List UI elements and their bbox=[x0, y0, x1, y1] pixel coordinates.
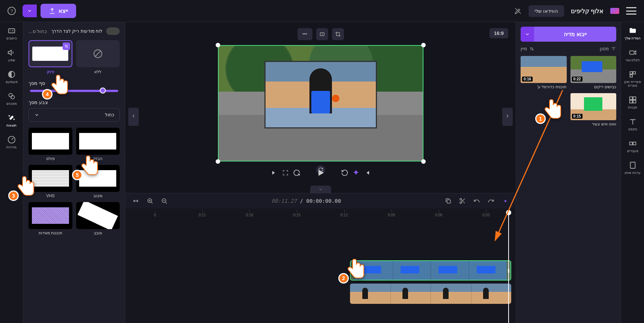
svg-point-23 bbox=[11, 95, 14, 99]
forward-icon bbox=[293, 169, 300, 177]
more-button[interactable]: ••• bbox=[297, 28, 312, 40]
help-icon[interactable]: ? bbox=[8, 7, 16, 15]
media-item[interactable]: 0:22 כבישים ריקים bbox=[570, 56, 617, 89]
zoom-out-button[interactable] bbox=[160, 196, 169, 205]
preview-next-button[interactable] bbox=[502, 108, 513, 126]
nav-audio[interactable]: שמע bbox=[8, 48, 16, 62]
svg-point-18 bbox=[65, 45, 66, 46]
timecode: 00:00:00.00 / 00:11.27 bbox=[272, 198, 341, 204]
fit-button[interactable] bbox=[316, 28, 328, 40]
effect-tile[interactable]: תוכנות מאדות bbox=[29, 202, 72, 235]
nav-record[interactable]: הקלט וצור bbox=[625, 48, 640, 62]
timeline-clip-base[interactable] bbox=[350, 284, 511, 304]
nav-templates[interactable]: תבניות bbox=[628, 96, 637, 109]
split-button[interactable] bbox=[458, 196, 467, 205]
filter-button[interactable]: מסנן bbox=[600, 46, 616, 51]
preview-prev-button[interactable] bbox=[128, 108, 139, 126]
resize-handle[interactable] bbox=[216, 43, 220, 47]
svg-rect-2 bbox=[633, 72, 635, 74]
duplicate-button[interactable] bbox=[444, 196, 453, 205]
rewind-button[interactable] bbox=[339, 168, 350, 178]
crop-icon bbox=[335, 31, 341, 37]
nav-speed[interactable]: מהירות bbox=[6, 136, 17, 149]
svg-rect-6 bbox=[629, 100, 632, 103]
forward-button[interactable] bbox=[291, 168, 302, 178]
playhead[interactable] bbox=[508, 211, 509, 323]
folder-icon bbox=[629, 27, 637, 35]
nav-my-media[interactable]: המדיה שלך bbox=[624, 27, 641, 40]
skip-start-button[interactable] bbox=[362, 168, 372, 178]
duration-badge: 0:15 bbox=[572, 114, 582, 119]
threshold-slider[interactable] bbox=[30, 90, 118, 92]
timeline-expand-tab[interactable] bbox=[310, 186, 331, 193]
skip-end-button[interactable] bbox=[269, 168, 279, 178]
camera-icon bbox=[629, 48, 637, 57]
greenscreen-green-tile[interactable] bbox=[29, 40, 72, 67]
pen-slash-icon[interactable] bbox=[514, 7, 522, 15]
effect-tile[interactable]: סובב bbox=[76, 202, 120, 235]
clip-handle[interactable]: || bbox=[351, 261, 354, 280]
export-caret-button[interactable] bbox=[23, 5, 37, 17]
media-item[interactable]: 0:15 וואט איש צעיר bbox=[570, 93, 617, 127]
ai-sparkle-button[interactable]: ✦ bbox=[351, 168, 361, 178]
my-video-button[interactable]: הווידאו שלי bbox=[528, 5, 564, 17]
rewind-icon bbox=[341, 169, 348, 177]
copy-icon bbox=[445, 198, 452, 204]
media-item[interactable]: 0:16 תוכנית כדורסל ע' bbox=[521, 56, 567, 89]
svg-point-19 bbox=[67, 47, 68, 47]
resize-handle[interactable] bbox=[421, 159, 426, 164]
timeline[interactable]: 0:03 0:06 0:09 0:12 0:15 0:18 0:21 0 || … bbox=[125, 208, 516, 323]
import-caret-button[interactable] bbox=[521, 27, 534, 42]
svg-rect-4 bbox=[629, 97, 632, 100]
effect-tile[interactable]: VHS bbox=[29, 165, 72, 198]
time-ruler[interactable]: 0:03 0:06 0:09 0:12 0:15 0:18 0:21 0 bbox=[131, 208, 510, 220]
nav-fade[interactable]: מעומעם bbox=[6, 70, 18, 84]
effect-tile[interactable]: הבזק bbox=[76, 128, 120, 161]
nav-effects[interactable]: תוצאות bbox=[6, 114, 17, 127]
duration-badge: 0:16 bbox=[522, 77, 533, 82]
left-nav-rail: כיתובים שמע מעומעם מסננים תוצאות מהירות bbox=[0, 22, 23, 323]
speaker-icon bbox=[8, 48, 16, 57]
fullscreen-icon bbox=[282, 169, 289, 176]
fit-timeline-button[interactable] bbox=[131, 196, 140, 205]
svg-point-22 bbox=[9, 94, 12, 97]
nav-filters[interactable]: מסננים bbox=[6, 92, 17, 106]
nav-brand[interactable]: ערכת מותג bbox=[624, 161, 641, 175]
preview-canvas-wrapper[interactable] bbox=[218, 45, 423, 162]
nav-captions[interactable]: כיתובים bbox=[6, 27, 17, 40]
zoom-in-button[interactable] bbox=[146, 196, 155, 205]
nav-transitions[interactable]: מעברים bbox=[627, 139, 638, 153]
settings-icon[interactable] bbox=[63, 42, 70, 50]
text-icon bbox=[629, 118, 637, 126]
svg-point-13 bbox=[460, 202, 462, 204]
crop-button[interactable] bbox=[332, 28, 344, 40]
redo-button[interactable] bbox=[486, 196, 495, 205]
effect-tile[interactable]: סיבוב bbox=[76, 165, 120, 198]
greenscreen-none-tile[interactable] bbox=[76, 40, 120, 67]
timeline-clip-overlay[interactable]: || 🔊 || bbox=[350, 260, 511, 281]
play-button[interactable] bbox=[314, 166, 327, 180]
import-media-button[interactable]: ייבוא מדיה bbox=[534, 27, 616, 42]
chevron-left-icon bbox=[131, 113, 136, 119]
sort-button[interactable]: מיין bbox=[521, 46, 534, 51]
undo-button[interactable] bbox=[472, 196, 481, 205]
menu-icon[interactable] bbox=[626, 7, 636, 15]
center-area: ••• 16:9 bbox=[125, 22, 516, 323]
aspect-ratio-chip[interactable]: 16:9 bbox=[489, 28, 508, 38]
effect-tile[interactable]: פולס bbox=[29, 128, 72, 161]
captions-icon bbox=[8, 27, 16, 35]
nav-library[interactable]: ספריית תוכן ספרית bbox=[621, 70, 644, 88]
nav-text[interactable]: טקסט bbox=[628, 118, 637, 131]
ai-button[interactable]: ✦ bbox=[501, 196, 510, 205]
export-button[interactable]: ייצא bbox=[41, 4, 76, 18]
svg-rect-10 bbox=[630, 162, 635, 169]
fullscreen-button[interactable] bbox=[280, 168, 291, 178]
screen-color-select[interactable]: כחול bbox=[29, 108, 120, 122]
effect-toggle[interactable] bbox=[106, 27, 120, 35]
svg-rect-3 bbox=[630, 75, 632, 77]
resize-handle[interactable] bbox=[421, 43, 426, 47]
chevron-right-icon bbox=[505, 113, 510, 119]
slider-thumb[interactable] bbox=[100, 88, 106, 94]
skip-back-icon bbox=[363, 169, 371, 177]
resize-handle[interactable] bbox=[216, 159, 220, 164]
